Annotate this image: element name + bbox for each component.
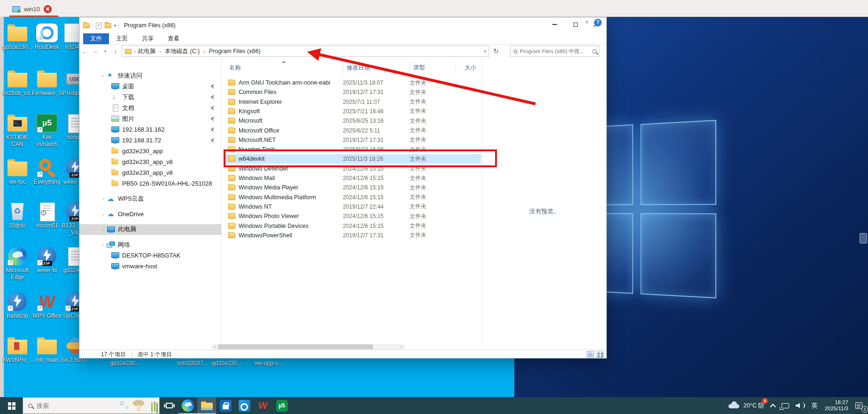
weather-widget[interactable]: 3 20°C 阴 (725, 397, 767, 414)
sidebar-item[interactable]: 图片 (79, 113, 221, 124)
desktop-icon[interactable]: ⚙sscom51 (32, 202, 62, 229)
sidebar-item[interactable]: 192.168.31.162 (79, 124, 221, 135)
sidebar-item[interactable]: PB50-126-SW010A-HHL-251028 (79, 178, 221, 189)
taskbar-store-button[interactable] (216, 397, 235, 414)
sidebar-item[interactable]: 下载 (79, 92, 221, 102)
desktop-icon[interactable]: Firmware_SP (32, 70, 62, 97)
sidebar-item[interactable]: ›网络 (79, 239, 221, 250)
qat-dropdown-icon[interactable]: ▾ (114, 23, 116, 28)
file-row[interactable]: Windows Portable Devices2024/12/6 15:15文… (225, 221, 481, 231)
forward-button[interactable]: → (90, 48, 100, 55)
file-row[interactable]: Microsoft2025/6/25 13:16文件夹 (225, 116, 481, 125)
scrollbar-thumb[interactable] (218, 344, 373, 349)
minimize-button[interactable] (544, 17, 565, 31)
desktop-icon-label[interactable]: gd32e230... (110, 360, 140, 367)
desktop-icon[interactable]: μ5KeiluVision5 (32, 114, 62, 148)
desktop-icon-label[interactable]: gd32e230... (212, 360, 241, 367)
desktop-icon[interactable]: Bandizip (2, 292, 32, 320)
maximize-button[interactable] (565, 17, 586, 31)
column-header-size[interactable]: 大小 (459, 64, 476, 72)
desktop-icon-label[interactable]: lcm32f037... (177, 360, 208, 367)
desktop-icon[interactable]: KST舵机CAN (2, 114, 32, 148)
network-button[interactable] (778, 397, 792, 414)
sidebar-item[interactable]: ›此电脑 (79, 224, 221, 235)
desktop-icon[interactable]: WWPS Office (32, 292, 62, 320)
sidebar-item[interactable]: gd32e230_app_v8 (79, 167, 221, 178)
volume-button[interactable] (792, 397, 808, 414)
taskbar-outlook-button[interactable] (235, 397, 254, 414)
search-input[interactable] (513, 48, 592, 54)
column-header-name[interactable]: 名称 (229, 64, 241, 72)
recent-locations-icon[interactable]: ▾ (100, 49, 110, 54)
file-row[interactable]: Windows Mail2024/12/6 15:15文件夹 (225, 173, 481, 183)
address-dropdown-icon[interactable]: ∨ (483, 49, 487, 54)
sidebar-item[interactable]: 文档 (79, 102, 221, 113)
sidebar-item[interactable]: ›OneDrive (79, 209, 221, 219)
sidebar-item[interactable]: vmware-host (79, 261, 221, 272)
ribbon-tab-2[interactable]: 主页 (109, 33, 135, 44)
start-button[interactable] (0, 397, 23, 414)
file-row[interactable]: Windows Media Player2024/12/6 15:15文件夹 (225, 183, 481, 192)
sidebar-item[interactable]: gd32e230_app_v8 (79, 156, 221, 167)
window-titlebar[interactable]: ▾ Program Files (x86) (79, 17, 606, 33)
taskbar-search[interactable] (23, 397, 160, 414)
taskbar-edge-button[interactable] (178, 397, 197, 414)
file-row[interactable]: Microsoft Office2025/8/22 5:11文件夹 (225, 126, 481, 135)
desktop-icon[interactable]: MicrosoftEdge (2, 247, 32, 281)
new-folder-icon[interactable] (105, 23, 111, 28)
ribbon-tab-4[interactable]: 查看 (161, 33, 186, 44)
taskbar-keil-button[interactable]: μ5 (272, 397, 291, 414)
desktop-icon[interactable]: gd32e230... (2, 23, 32, 51)
ribbon-tab-1[interactable]: 文件 (83, 33, 109, 44)
sidebar-item[interactable]: DESKTOP-H85GTAK (79, 250, 221, 261)
desktop-icon[interactable]: RustDesk (32, 23, 62, 51)
file-row[interactable]: Windows Multimedia Platform2024/12/6 15:… (225, 193, 481, 202)
expand-chevron-icon[interactable]: › (100, 211, 107, 217)
file-row[interactable]: Microsoft.NET2019/12/7 17:31文件夹 (225, 135, 481, 145)
back-button[interactable]: ← (79, 48, 90, 55)
desktop-icon-label[interactable]: we-app-s... (255, 360, 282, 367)
expand-chevron-icon[interactable]: › (100, 196, 107, 202)
taskbar-file-explorer-button[interactable] (197, 397, 216, 414)
sidebar-item[interactable]: ›快速访问 (79, 70, 221, 81)
search-box[interactable] (510, 46, 599, 57)
file-row[interactable]: Windows Photo Viewer2024/12/6 15:15文件夹 (225, 211, 481, 221)
sidebar-item[interactable]: gd32e230_app (79, 146, 221, 156)
sidebar-item[interactable]: 192.168.31.72 (79, 135, 221, 146)
desktop-icon[interactable]: we-foc (2, 158, 32, 186)
file-row[interactable]: Nuvoton Tools2025/9/23 16:08文件夹 (225, 145, 481, 154)
ribbon-tab-3[interactable]: 共享 (135, 33, 161, 44)
column-header-type[interactable]: 类型 (413, 64, 425, 72)
desktop-icon[interactable]: Everything (32, 158, 62, 186)
scroll-left-icon[interactable]: ‹ (212, 344, 218, 350)
vm-tab-win10[interactable]: win10 (10, 2, 54, 16)
sidebar-item[interactable]: ›WPS云盘 (79, 194, 221, 204)
column-header-date[interactable]: 修改日期 (347, 64, 370, 72)
desktop-icon[interactable]: XW16Pro_... (2, 336, 32, 364)
expand-chevron-icon[interactable]: › (100, 227, 107, 232)
breadcrumb-segment[interactable]: 本地磁盘 (C:) (165, 47, 200, 55)
help-icon[interactable]: ? (594, 19, 602, 26)
file-row[interactable]: Common Files2019/12/7 17:31文件夹 (225, 87, 481, 97)
breadcrumb-segment[interactable]: 此电脑 (138, 47, 156, 55)
vm-tab-close-icon[interactable] (44, 5, 52, 13)
scroll-right-icon[interactable]: › (398, 344, 404, 350)
clock[interactable]: 18:272025/11/3 (821, 397, 852, 414)
file-row[interactable]: Windows NT2019/12/7 22:44文件夹 (225, 202, 481, 211)
refresh-icon[interactable]: ↻ (491, 46, 501, 57)
file-row[interactable]: WindowsPowerShell2019/12/7 17:31文件夹 (225, 231, 481, 240)
expand-chevron-icon[interactable]: › (101, 242, 106, 248)
up-button[interactable]: ↑ (110, 48, 121, 55)
action-center-button[interactable]: 2 (852, 397, 868, 414)
desktop-icon[interactable]: ZIPweier-bl (32, 247, 62, 274)
sidebar-item[interactable]: 桌面 (79, 81, 221, 92)
file-row[interactable]: Kingsoft2025/7/21 16:46文件夹 (225, 107, 481, 116)
scrollbar-track[interactable] (218, 344, 398, 350)
file-row[interactable]: Arm GNU Toolchain arm-none-eabi2025/11/3… (225, 78, 481, 87)
horizontal-scrollbar[interactable]: ‹ › (212, 344, 404, 350)
desktop-icon[interactable]: mb_main (32, 336, 62, 364)
hidden-icons-button[interactable] (767, 397, 778, 414)
desktop-icon[interactable]: ♻回收站 (2, 202, 32, 229)
file-row[interactable]: Windows Defender2024/12/6 15:15文件夹 (225, 164, 481, 173)
details-view-icon[interactable] (587, 351, 594, 358)
